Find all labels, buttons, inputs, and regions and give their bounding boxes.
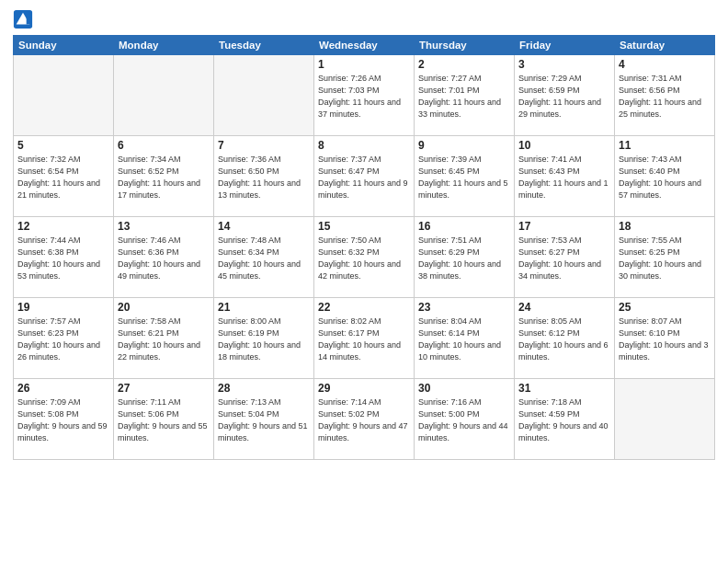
day-info: Sunrise: 7:51 AM Sunset: 6:29 PM Dayligh…: [418, 235, 510, 282]
calendar-cell: 8Sunrise: 7:37 AM Sunset: 6:47 PM Daylig…: [314, 136, 415, 217]
day-number: 2: [418, 58, 510, 71]
weekday-header-monday: Monday: [114, 36, 214, 55]
calendar-cell: [214, 55, 314, 136]
day-info: Sunrise: 7:41 AM Sunset: 6:43 PM Dayligh…: [518, 154, 610, 201]
week-row-0: 1Sunrise: 7:26 AM Sunset: 7:03 PM Daylig…: [14, 55, 715, 136]
calendar-cell: 19Sunrise: 7:57 AM Sunset: 6:23 PM Dayli…: [14, 298, 114, 379]
day-info: Sunrise: 7:44 AM Sunset: 6:38 PM Dayligh…: [17, 235, 109, 282]
calendar-cell: [615, 379, 715, 460]
day-info: Sunrise: 7:57 AM Sunset: 6:23 PM Dayligh…: [17, 316, 109, 363]
day-number: 24: [518, 301, 610, 314]
day-number: 3: [518, 58, 610, 71]
svg-marker-2: [27, 17, 31, 24]
calendar-cell: 24Sunrise: 8:05 AM Sunset: 6:12 PM Dayli…: [515, 298, 615, 379]
calendar-cell: 9Sunrise: 7:39 AM Sunset: 6:45 PM Daylig…: [415, 136, 515, 217]
calendar-cell: 29Sunrise: 7:14 AM Sunset: 5:02 PM Dayli…: [314, 379, 415, 460]
day-info: Sunrise: 7:46 AM Sunset: 6:36 PM Dayligh…: [118, 235, 210, 282]
calendar-cell: 5Sunrise: 7:32 AM Sunset: 6:54 PM Daylig…: [14, 136, 114, 217]
day-number: 19: [17, 301, 109, 314]
calendar-cell: 25Sunrise: 8:07 AM Sunset: 6:10 PM Dayli…: [615, 298, 715, 379]
day-number: 16: [418, 220, 510, 233]
day-number: 18: [619, 220, 711, 233]
day-info: Sunrise: 7:29 AM Sunset: 6:59 PM Dayligh…: [518, 73, 610, 121]
day-number: 29: [318, 382, 410, 395]
day-info: Sunrise: 7:09 AM Sunset: 5:08 PM Dayligh…: [17, 396, 109, 444]
calendar-cell: 22Sunrise: 8:02 AM Sunset: 6:17 PM Dayli…: [314, 298, 415, 379]
calendar-page: SundayMondayTuesdayWednesdayThursdayFrid…: [0, 0, 728, 563]
day-number: 6: [118, 139, 210, 152]
day-number: 5: [17, 139, 109, 152]
calendar-cell: 7Sunrise: 7:36 AM Sunset: 6:50 PM Daylig…: [214, 136, 314, 217]
week-row-1: 5Sunrise: 7:32 AM Sunset: 6:54 PM Daylig…: [14, 136, 715, 217]
day-number: 22: [318, 301, 410, 314]
logo: [13, 9, 37, 29]
day-number: 21: [218, 301, 310, 314]
day-number: 17: [518, 220, 610, 233]
day-number: 31: [518, 382, 610, 395]
calendar-cell: 10Sunrise: 7:41 AM Sunset: 6:43 PM Dayli…: [515, 136, 615, 217]
calendar-cell: 15Sunrise: 7:50 AM Sunset: 6:32 PM Dayli…: [314, 217, 415, 298]
day-info: Sunrise: 7:50 AM Sunset: 6:32 PM Dayligh…: [318, 235, 410, 282]
calendar-cell: 11Sunrise: 7:43 AM Sunset: 6:40 PM Dayli…: [615, 136, 715, 217]
day-info: Sunrise: 7:18 AM Sunset: 4:59 PM Dayligh…: [518, 396, 610, 444]
day-info: Sunrise: 7:31 AM Sunset: 6:56 PM Dayligh…: [619, 73, 711, 121]
day-number: 4: [619, 58, 711, 71]
day-number: 20: [118, 301, 210, 314]
day-info: Sunrise: 7:16 AM Sunset: 5:00 PM Dayligh…: [418, 396, 510, 444]
calendar-cell: 17Sunrise: 7:53 AM Sunset: 6:27 PM Dayli…: [515, 217, 615, 298]
calendar-cell: 31Sunrise: 7:18 AM Sunset: 4:59 PM Dayli…: [515, 379, 615, 460]
calendar-cell: 27Sunrise: 7:11 AM Sunset: 5:06 PM Dayli…: [114, 379, 214, 460]
day-info: Sunrise: 7:11 AM Sunset: 5:06 PM Dayligh…: [118, 396, 210, 444]
day-info: Sunrise: 7:14 AM Sunset: 5:02 PM Dayligh…: [318, 396, 410, 444]
day-info: Sunrise: 7:58 AM Sunset: 6:21 PM Dayligh…: [118, 316, 210, 363]
calendar-cell: 20Sunrise: 7:58 AM Sunset: 6:21 PM Dayli…: [114, 298, 214, 379]
calendar-cell: 3Sunrise: 7:29 AM Sunset: 6:59 PM Daylig…: [515, 55, 615, 136]
day-info: Sunrise: 7:27 AM Sunset: 7:01 PM Dayligh…: [418, 73, 510, 121]
calendar-table: SundayMondayTuesdayWednesdayThursdayFrid…: [13, 35, 715, 460]
day-number: 23: [418, 301, 510, 314]
day-info: Sunrise: 7:53 AM Sunset: 6:27 PM Dayligh…: [518, 235, 610, 282]
day-number: 8: [318, 139, 410, 152]
calendar-cell: 6Sunrise: 7:34 AM Sunset: 6:52 PM Daylig…: [114, 136, 214, 217]
week-row-2: 12Sunrise: 7:44 AM Sunset: 6:38 PM Dayli…: [14, 217, 715, 298]
calendar-cell: [114, 55, 214, 136]
day-info: Sunrise: 8:07 AM Sunset: 6:10 PM Dayligh…: [619, 316, 711, 363]
calendar-cell: 23Sunrise: 8:04 AM Sunset: 6:14 PM Dayli…: [415, 298, 515, 379]
calendar-cell: [14, 55, 114, 136]
calendar-cell: 14Sunrise: 7:48 AM Sunset: 6:34 PM Dayli…: [214, 217, 314, 298]
day-info: Sunrise: 8:05 AM Sunset: 6:12 PM Dayligh…: [518, 316, 610, 363]
header: [13, 9, 715, 29]
day-number: 12: [17, 220, 109, 233]
day-info: Sunrise: 8:04 AM Sunset: 6:14 PM Dayligh…: [418, 316, 510, 363]
day-info: Sunrise: 7:43 AM Sunset: 6:40 PM Dayligh…: [619, 154, 711, 201]
day-number: 11: [619, 139, 711, 152]
day-number: 9: [418, 139, 510, 152]
logo-icon: [13, 9, 33, 29]
weekday-header-sunday: Sunday: [14, 36, 114, 55]
week-row-3: 19Sunrise: 7:57 AM Sunset: 6:23 PM Dayli…: [14, 298, 715, 379]
day-info: Sunrise: 7:39 AM Sunset: 6:45 PM Dayligh…: [418, 154, 510, 201]
weekday-header-tuesday: Tuesday: [214, 36, 314, 55]
calendar-cell: 1Sunrise: 7:26 AM Sunset: 7:03 PM Daylig…: [314, 55, 415, 136]
day-info: Sunrise: 7:48 AM Sunset: 6:34 PM Dayligh…: [218, 235, 310, 282]
day-info: Sunrise: 7:37 AM Sunset: 6:47 PM Dayligh…: [318, 154, 410, 201]
calendar-cell: 2Sunrise: 7:27 AM Sunset: 7:01 PM Daylig…: [415, 55, 515, 136]
weekday-header-friday: Friday: [515, 36, 615, 55]
day-info: Sunrise: 8:02 AM Sunset: 6:17 PM Dayligh…: [318, 316, 410, 363]
day-number: 1: [318, 58, 410, 71]
day-info: Sunrise: 7:34 AM Sunset: 6:52 PM Dayligh…: [118, 154, 210, 201]
day-info: Sunrise: 7:32 AM Sunset: 6:54 PM Dayligh…: [17, 154, 109, 201]
calendar-cell: 26Sunrise: 7:09 AM Sunset: 5:08 PM Dayli…: [14, 379, 114, 460]
day-number: 27: [118, 382, 210, 395]
day-info: Sunrise: 7:55 AM Sunset: 6:25 PM Dayligh…: [619, 235, 711, 282]
calendar-cell: 16Sunrise: 7:51 AM Sunset: 6:29 PM Dayli…: [415, 217, 515, 298]
calendar-cell: 4Sunrise: 7:31 AM Sunset: 6:56 PM Daylig…: [615, 55, 715, 136]
day-number: 25: [619, 301, 711, 314]
calendar-cell: 30Sunrise: 7:16 AM Sunset: 5:00 PM Dayli…: [415, 379, 515, 460]
week-row-4: 26Sunrise: 7:09 AM Sunset: 5:08 PM Dayli…: [14, 379, 715, 460]
day-number: 14: [218, 220, 310, 233]
weekday-header-thursday: Thursday: [415, 36, 515, 55]
calendar-cell: 13Sunrise: 7:46 AM Sunset: 6:36 PM Dayli…: [114, 217, 214, 298]
day-info: Sunrise: 7:26 AM Sunset: 7:03 PM Dayligh…: [318, 73, 410, 121]
day-number: 7: [218, 139, 310, 152]
